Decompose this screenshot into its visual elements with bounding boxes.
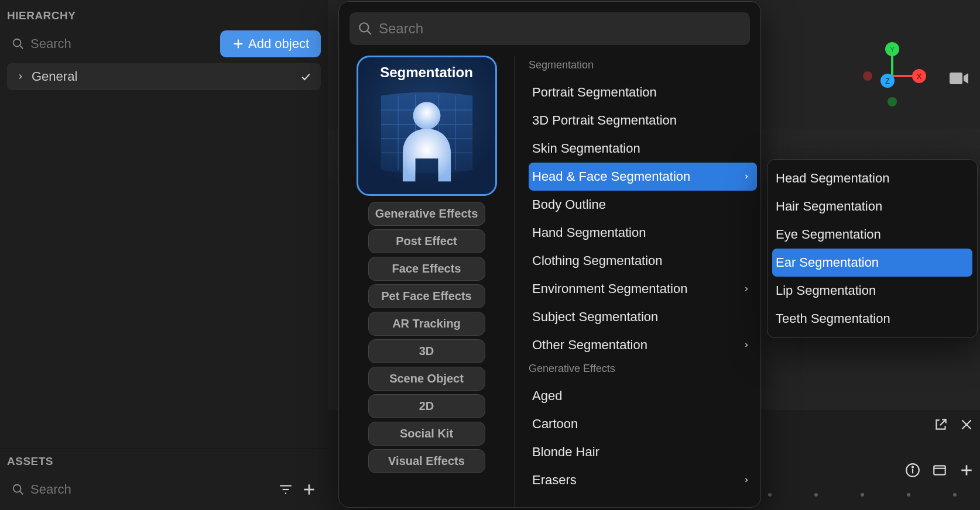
list-item[interactable]: Skin Segmentation [529,135,757,163]
add-object-label: Add object [248,36,309,51]
list-item[interactable]: Environment Segmentation [529,275,757,303]
gizmo-z-label: Z [885,77,890,85]
svg-point-17 [888,97,897,106]
window-icon[interactable] [932,463,947,478]
segmentation-illustration-icon [368,84,485,187]
list-item-label: Cartoon [532,416,578,432]
svg-point-0 [13,39,21,47]
list-item[interactable]: Blonde Hair [529,438,757,466]
submenu-item-label: Eye Segmentation [776,227,881,242]
list-item-label: Aged [532,388,562,404]
chevron-right-icon [743,173,750,180]
popup-search-input[interactable] [373,17,742,40]
item-list: SegmentationPortrait Segmentation3D Port… [515,56,760,507]
assets-title: ASSETS [0,449,328,476]
category-chip[interactable]: Scene Object [368,367,485,391]
search-icon [12,37,25,50]
list-item[interactable]: Subject Segmentation [529,303,757,331]
category-chip[interactable]: Pet Face Effects [368,284,485,308]
list-item[interactable]: Aged [529,382,757,410]
category-chip[interactable]: 3D [368,339,485,363]
submenu-item[interactable]: Hair Segmentation [772,192,972,220]
category-chip[interactable]: Social Kit [368,422,485,446]
chevron-right-icon [743,342,750,349]
plus-icon[interactable] [959,463,974,478]
submenu-head-face: Head SegmentationHair SegmentationEye Se… [767,159,978,338]
filter-icon [278,482,293,497]
category-chip[interactable]: 2D [368,394,485,418]
hierarchy-root-item[interactable]: General [7,63,321,90]
chevron-right-icon [743,285,750,292]
category-rail[interactable]: Segmentation [339,56,515,507]
popup-search[interactable] [349,12,750,45]
search-icon [358,21,373,36]
svg-line-5 [20,491,23,494]
section-label: Generative Effects [529,363,757,375]
camera-icon[interactable] [948,70,969,87]
svg-point-24 [912,467,913,468]
submenu-item[interactable]: Eye Segmentation [772,220,972,249]
list-item-label: Other Segmentation [532,337,647,353]
list-item-label: Skin Segmentation [532,141,640,156]
add-object-button[interactable]: Add object [220,30,321,57]
submenu-item[interactable]: Teeth Segmentation [772,305,972,333]
plus-icon [232,37,245,50]
list-item-label: 3D Portrait Segmentation [532,113,677,128]
list-item-label: Clothing Segmentation [532,253,663,268]
list-item-label: Blonde Hair [532,444,599,460]
list-item[interactable]: Head & Face Segmentation [529,163,757,191]
svg-point-16 [863,71,872,81]
hierarchy-search-input[interactable] [7,30,214,57]
close-icon[interactable] [959,417,974,432]
left-panel: HIERARCHY Add object General [0,0,328,510]
list-item-label: Portrait Segmentation [532,85,657,100]
info-icon[interactable] [905,463,920,478]
svg-line-1 [20,46,23,49]
category-chip[interactable]: Face Effects [368,257,485,281]
search-icon [12,483,25,496]
svg-rect-25 [934,466,945,474]
popout-icon[interactable] [933,417,948,432]
assets-search-input[interactable] [7,476,274,503]
svg-point-4 [13,485,21,492]
hierarchy-root-label: General [32,69,77,84]
assets-filter-button[interactable] [274,478,297,501]
submenu-item[interactable]: Lip Segmentation [772,277,972,305]
chevron-right-icon [16,73,25,81]
plus-icon [301,482,317,497]
list-item[interactable]: Clothing Segmentation [529,247,757,275]
svg-point-39 [413,102,440,129]
list-item[interactable]: Cartoon [529,410,757,438]
hierarchy-panel: HIERARCHY Add object General [0,4,328,449]
orientation-gizmo[interactable]: Y X Z [857,41,927,111]
submenu-item-label: Hair Segmentation [776,199,882,214]
submenu-item[interactable]: Ear Segmentation [772,249,972,277]
hierarchy-title: HIERARCHY [0,4,328,30]
svg-marker-19 [964,73,968,84]
list-item-label: Erasers [532,473,577,488]
list-item[interactable]: Hand Segmentation [529,219,757,247]
category-chip[interactable]: Visual Effects [368,449,485,473]
add-object-popup: Segmentation [338,1,761,508]
assets-add-button[interactable] [297,478,321,501]
chevron-right-icon [743,477,750,484]
svg-point-29 [359,23,368,32]
list-item[interactable]: Other Segmentation [529,331,757,359]
category-chip[interactable]: AR Tracking [368,312,485,336]
svg-rect-18 [950,73,962,84]
assets-panel: ASSETS [0,449,328,510]
gizmo-x-label: X [917,72,922,81]
list-item[interactable]: Erasers [529,466,757,494]
category-chip[interactable]: Generative Effects [368,202,485,226]
list-item[interactable]: Portrait Segmentation [529,78,757,106]
list-item-label: Hand Segmentation [532,225,646,240]
category-chip[interactable]: Post Effect [368,229,485,253]
category-card-segmentation[interactable]: Segmentation [357,56,497,196]
submenu-item[interactable]: Head Segmentation [772,164,972,192]
gizmo-y-label: Y [890,45,895,54]
section-label: Segmentation [529,59,757,71]
list-item[interactable]: 3D Portrait Segmentation [529,106,757,135]
check-icon [300,71,311,82]
list-item[interactable]: Body Outline [529,191,757,219]
submenu-item-label: Teeth Segmentation [776,311,890,326]
